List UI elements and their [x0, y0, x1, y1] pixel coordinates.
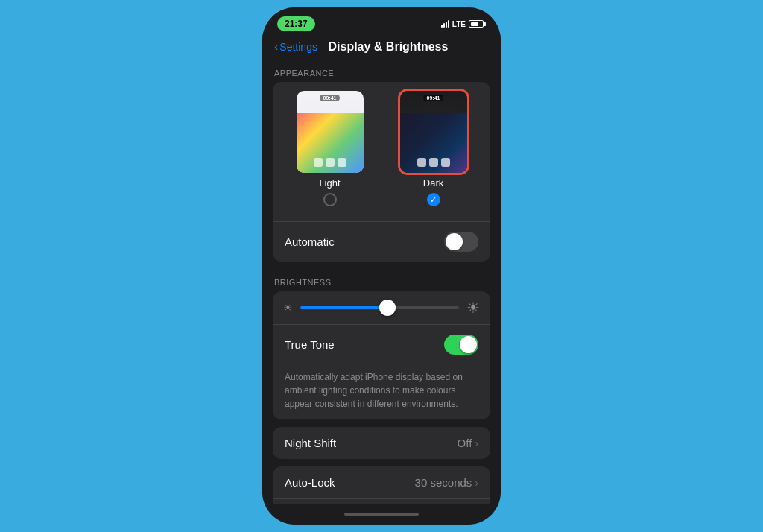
dark-screen: 09:41	[400, 91, 467, 173]
status-icons: LTE	[441, 20, 486, 28]
signal-bar-1	[441, 25, 443, 28]
back-label: Settings	[279, 41, 317, 53]
automatic-toggle-knob	[446, 233, 463, 250]
light-screen: 09:41	[297, 91, 364, 173]
battery-fill	[471, 22, 479, 26]
dark-preview: 09:41	[400, 91, 467, 173]
battery-tip	[484, 22, 486, 26]
light-radio[interactable]	[323, 193, 337, 206]
status-bar: 21:37 LTE	[262, 7, 501, 36]
brightness-slider-row: ☀ ☀	[273, 291, 490, 324]
dark-icons-bar	[417, 158, 450, 167]
signal-bar-2	[443, 23, 445, 28]
status-time: 21:37	[277, 16, 315, 31]
night-shift-label: Night Shift	[285, 437, 336, 449]
home-bar	[344, 513, 419, 516]
appearance-options-container: 09:41 Light	[273, 82, 490, 221]
dark-preview-icon-2	[429, 158, 438, 167]
nav-bar: ‹ Settings Display & Brightness	[262, 36, 501, 60]
signal-bar-4	[448, 20, 449, 28]
auto-lock-label: Auto-Lock	[285, 476, 335, 489]
night-shift-row[interactable]: Night Shift Off ›	[273, 427, 490, 459]
automatic-label: Automatic	[285, 235, 335, 248]
battery-icon	[469, 20, 486, 28]
preview-icon-2	[326, 158, 335, 167]
phone-frame: 21:37 LTE ‹ Settings Display & Brightnes…	[262, 7, 501, 525]
appearance-light-option[interactable]: 09:41 Light	[282, 91, 378, 206]
dark-radio[interactable]: ✓	[427, 193, 440, 206]
brightness-slider-track[interactable]	[300, 306, 459, 309]
brightness-section-label: BRIGHTNESS	[262, 269, 501, 291]
true-tone-description: Automatically adapt iPhone display based…	[273, 364, 490, 419]
battery-body	[469, 20, 484, 28]
brightness-slider-fill	[300, 306, 387, 309]
true-tone-toggle-knob	[460, 336, 477, 353]
back-chevron-icon: ‹	[274, 40, 278, 54]
light-label: Light	[319, 177, 340, 189]
dark-label: Dark	[423, 177, 443, 189]
page-title: Display & Brightness	[317, 40, 459, 54]
auto-lock-value-text: 30 seconds	[415, 476, 472, 489]
lock-wake-card: Auto-Lock 30 seconds › Raise to Wake	[273, 466, 490, 504]
appearance-options: 09:41 Light	[282, 91, 481, 212]
preview-icon-3	[338, 158, 346, 167]
brightness-card: ☀ ☀ True Tone Automatically adapt iPhone…	[273, 291, 490, 419]
lte-indicator: LTE	[452, 20, 466, 28]
dark-preview-icon-3	[441, 158, 450, 167]
preview-icon-1	[314, 158, 323, 167]
appearance-section-label: APPEARANCE	[262, 60, 501, 82]
true-tone-row: True Tone	[273, 324, 490, 364]
check-icon: ✓	[430, 196, 437, 204]
auto-lock-row[interactable]: Auto-Lock 30 seconds ›	[273, 466, 490, 498]
true-tone-toggle[interactable]	[444, 335, 478, 355]
light-preview: 09:41	[297, 91, 364, 173]
true-tone-label: True Tone	[285, 338, 335, 351]
night-shift-card: Night Shift Off ›	[273, 427, 490, 459]
raise-to-wake-row: Raise to Wake	[273, 498, 490, 504]
night-shift-chevron-icon: ›	[475, 437, 478, 449]
appearance-dark-option[interactable]: 09:41 Dark ✓	[385, 91, 481, 206]
brightness-high-icon: ☀	[466, 299, 480, 317]
home-indicator	[262, 504, 501, 525]
auto-lock-chevron-icon: ›	[475, 477, 478, 489]
night-shift-value: Off ›	[458, 437, 478, 449]
auto-lock-value: 30 seconds ›	[415, 476, 478, 489]
light-preview-time: 09:41	[320, 95, 341, 101]
automatic-row: Automatic	[273, 221, 490, 262]
signal-bars	[441, 20, 449, 28]
light-icons-bar	[314, 158, 346, 167]
content-area: APPEARANCE 09:41	[262, 60, 501, 504]
automatic-toggle[interactable]	[444, 232, 478, 252]
brightness-low-icon: ☀	[283, 302, 293, 314]
signal-bar-3	[446, 22, 447, 28]
night-shift-value-text: Off	[458, 437, 472, 449]
dark-preview-icon-1	[417, 158, 426, 167]
brightness-slider-thumb[interactable]	[379, 300, 396, 316]
appearance-card: 09:41 Light	[273, 82, 490, 262]
back-button[interactable]: ‹ Settings	[274, 40, 317, 54]
dark-preview-time: 09:41	[423, 95, 444, 101]
